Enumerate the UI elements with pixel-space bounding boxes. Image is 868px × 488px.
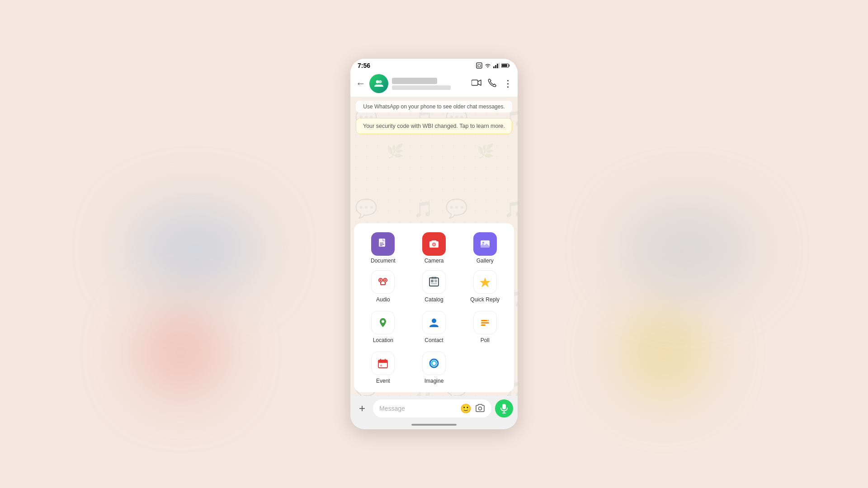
svg-rect-38 bbox=[378, 360, 387, 363]
svg-rect-3 bbox=[495, 65, 496, 68]
contact-icon bbox=[428, 316, 440, 329]
attach-label-camera-text: Camera bbox=[425, 258, 444, 264]
back-button[interactable]: ← bbox=[356, 78, 366, 89]
svg-rect-34 bbox=[481, 322, 489, 324]
mic-button[interactable] bbox=[495, 399, 513, 418]
attach-top-labels: Document Camera bbox=[358, 230, 510, 266]
svg-rect-33 bbox=[481, 320, 487, 321]
svg-point-20 bbox=[380, 279, 382, 281]
svg-point-8 bbox=[376, 80, 379, 84]
svg-rect-45 bbox=[502, 404, 506, 409]
home-bar bbox=[411, 424, 457, 426]
attach-icon-event-wrap bbox=[371, 352, 395, 375]
svg-point-43 bbox=[432, 361, 436, 366]
svg-marker-30 bbox=[480, 277, 491, 287]
attach-label-event: Event bbox=[376, 378, 390, 384]
svg-rect-1 bbox=[478, 65, 481, 67]
camera-input-icon bbox=[475, 404, 485, 413]
svg-rect-0 bbox=[476, 63, 482, 68]
attach-label-poll: Poll bbox=[481, 337, 490, 343]
svg-rect-7 bbox=[502, 64, 507, 67]
info-banner[interactable]: Use WhatsApp on your phone to see older … bbox=[356, 101, 512, 113]
svg-rect-12 bbox=[380, 243, 383, 244]
svg-rect-14 bbox=[380, 245, 382, 246]
group-avatar[interactable] bbox=[369, 74, 388, 93]
bg-decoration-red bbox=[136, 307, 226, 398]
attach-label-imagine: Imagine bbox=[425, 378, 444, 384]
document-icon bbox=[377, 238, 389, 250]
attach-item-catalog[interactable]: Catalog bbox=[409, 267, 460, 307]
attach-label-quickreply: Quick Reply bbox=[470, 296, 500, 303]
call-button[interactable] bbox=[488, 78, 497, 89]
attach-icon-document[interactable] bbox=[371, 232, 395, 256]
gallery-icon bbox=[479, 238, 491, 250]
chat-status bbox=[392, 85, 451, 90]
attach-item-empty bbox=[459, 348, 510, 389]
chat-header: ← ⋮ bbox=[350, 71, 518, 97]
attach-item-imagine[interactable]: Imagine bbox=[409, 348, 460, 389]
emoji-button[interactable]: 🙂 bbox=[460, 403, 472, 414]
attach-label-document-text: Document bbox=[371, 258, 396, 264]
battery-icon bbox=[501, 63, 510, 68]
svg-rect-13 bbox=[380, 244, 384, 245]
camera-input-button[interactable] bbox=[475, 404, 485, 414]
attach-icon-audio-wrap bbox=[371, 270, 395, 294]
quick-reply-icon bbox=[479, 276, 491, 288]
home-indicator bbox=[350, 421, 518, 429]
video-camera-icon bbox=[472, 79, 481, 86]
svg-point-36 bbox=[487, 320, 489, 322]
attach-label-camera: Camera bbox=[409, 230, 460, 266]
attach-icon-poll-wrap bbox=[473, 311, 497, 334]
security-banner-text: Your security code with WBI changed. Tap… bbox=[363, 123, 505, 129]
message-placeholder: Message bbox=[379, 405, 405, 412]
attach-icon-contact-wrap bbox=[422, 311, 446, 334]
attach-label-gallery: Gallery bbox=[459, 230, 510, 266]
chat-body: Use WhatsApp on your phone to see older … bbox=[350, 97, 518, 396]
more-options-button[interactable]: ⋮ bbox=[503, 78, 512, 89]
attachment-menu: Document Camera bbox=[354, 223, 514, 392]
attach-icon-location-wrap bbox=[371, 311, 395, 334]
svg-point-42 bbox=[430, 359, 438, 367]
svg-rect-28 bbox=[434, 280, 437, 282]
security-banner[interactable]: Your security code with WBI changed. Tap… bbox=[356, 118, 512, 134]
status-icons bbox=[476, 62, 510, 69]
attach-label-gallery-text: Gallery bbox=[476, 258, 494, 264]
attach-item-location[interactable]: Location bbox=[358, 307, 409, 348]
chat-name bbox=[392, 78, 437, 84]
attach-item-audio[interactable]: Audio bbox=[358, 267, 409, 307]
wifi-icon bbox=[484, 63, 491, 68]
attach-icon-imagine-wrap bbox=[422, 352, 446, 375]
attach-label-contact: Contact bbox=[425, 337, 443, 343]
svg-rect-4 bbox=[497, 64, 498, 68]
svg-rect-2 bbox=[493, 66, 495, 68]
attach-icon-gallery[interactable] bbox=[473, 232, 497, 256]
message-input[interactable]: Message 🙂 bbox=[373, 399, 491, 418]
svg-point-44 bbox=[479, 407, 482, 410]
svg-rect-35 bbox=[481, 324, 486, 326]
attach-label-audio: Audio bbox=[376, 296, 390, 303]
chat-info[interactable] bbox=[392, 78, 468, 90]
video-call-button[interactable] bbox=[472, 79, 481, 88]
camera-icon bbox=[428, 238, 440, 250]
attach-grid: Audio Catalog bbox=[358, 267, 510, 389]
attach-item-quickreply[interactable]: Quick Reply bbox=[459, 267, 510, 307]
attach-item-event[interactable]: Event bbox=[358, 348, 409, 389]
svg-rect-27 bbox=[431, 280, 434, 282]
attach-button[interactable]: + bbox=[355, 401, 369, 416]
poll-icon bbox=[479, 316, 491, 329]
svg-rect-41 bbox=[380, 365, 382, 366]
attach-icon-camera[interactable] bbox=[422, 232, 446, 256]
svg-point-16 bbox=[433, 244, 435, 246]
audio-icon bbox=[377, 276, 389, 288]
svg-point-9 bbox=[379, 80, 382, 84]
signal-icon bbox=[493, 63, 500, 68]
status-bar: 7:56 bbox=[350, 59, 518, 71]
attach-item-contact[interactable]: Contact bbox=[409, 307, 460, 348]
location-icon bbox=[377, 316, 389, 329]
attach-item-poll[interactable]: Poll bbox=[459, 307, 510, 348]
chat-input-bar: + Message 🙂 bbox=[350, 396, 518, 421]
svg-point-32 bbox=[432, 319, 436, 323]
svg-rect-5 bbox=[499, 63, 500, 68]
bg-decoration-blue bbox=[127, 203, 262, 294]
sim-icon bbox=[476, 62, 482, 69]
